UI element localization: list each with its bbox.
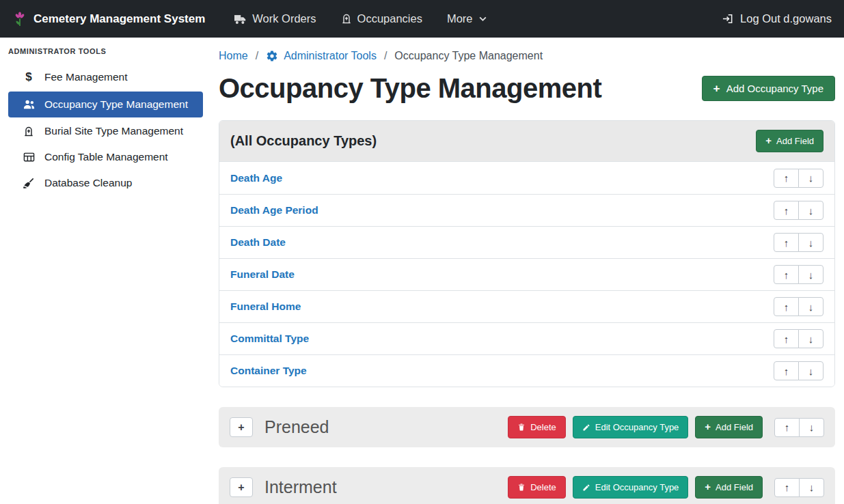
page-title: Occupancy Type Management (219, 73, 601, 104)
move-down-button[interactable]: ↓ (798, 233, 823, 252)
sidebar-item-burial-site-type-management[interactable]: Burial Site Type Management (0, 118, 210, 144)
pencil-icon (582, 423, 590, 432)
edit-occupancy-type-button[interactable]: Edit Occupancy Type (573, 416, 689, 438)
sidebar-item-label: Occupancy Type Management (44, 98, 188, 111)
breadcrumb-current: Occupancy Type Management (394, 50, 543, 62)
trash-icon (517, 423, 526, 432)
app-title: Cemetery Management System (33, 12, 205, 26)
field-row: Container Type ↑ ↓ (219, 354, 834, 387)
edit-label: Edit Occupancy Type (595, 482, 679, 492)
delete-label: Delete (530, 482, 556, 492)
reorder-controls: ↑ ↓ (774, 478, 824, 497)
sidebar-item-config-table-management[interactable]: Config Table Management (0, 144, 210, 170)
section-actions: Delete Edit Occupancy Type + Add Field ↑ (508, 476, 824, 499)
add-occupancy-type-button[interactable]: + Add Occupancy Type (702, 76, 835, 101)
add-field-button[interactable]: + Add Field (756, 130, 823, 152)
all-occupancy-types-card: (All Occupancy Types) + Add Field Death … (219, 120, 835, 387)
move-up-button[interactable]: ↑ (774, 418, 800, 437)
tombstone-icon (22, 126, 36, 137)
dollar-icon: $ (22, 70, 36, 84)
move-down-button[interactable]: ↓ (798, 169, 823, 188)
reorder-controls: ↑ ↓ (774, 418, 824, 437)
tombstone-icon (341, 13, 352, 25)
sidebar-item-label: Database Cleanup (44, 177, 132, 189)
all-occupancy-types-header: (All Occupancy Types) + Add Field (219, 121, 834, 162)
sidebar-item-label: Fee Management (44, 71, 128, 83)
table-icon (22, 152, 36, 163)
move-down-button[interactable]: ↓ (798, 265, 823, 284)
delete-label: Delete (530, 422, 556, 432)
admin-tools-sidebar: Administrator Tools $ Fee Management Occ… (0, 38, 210, 504)
field-row: Death Age ↑ ↓ (219, 162, 834, 194)
trash-icon (517, 483, 526, 492)
reorder-controls: ↑ ↓ (774, 361, 823, 380)
field-row: Funeral Home ↑ ↓ (219, 290, 834, 322)
app-brand[interactable]: Cemetery Management System (12, 11, 205, 27)
nav-work-orders[interactable]: Work Orders (234, 12, 316, 25)
breadcrumb-admin-tools-link[interactable]: Administrator Tools (266, 50, 377, 62)
move-up-button[interactable]: ↑ (774, 233, 799, 252)
move-up-button[interactable]: ↑ (774, 361, 799, 380)
broom-icon (22, 178, 36, 188)
move-down-button[interactable]: ↓ (799, 418, 824, 437)
field-link-death-age[interactable]: Death Age (230, 172, 282, 184)
logout-label: Log Out d.gowans (740, 12, 832, 25)
section-actions: Delete Edit Occupancy Type + Add Field ↑ (508, 416, 824, 438)
flower-logo-icon (12, 11, 27, 27)
sidebar-item-occupancy-type-management[interactable]: Occupancy Type Management (8, 92, 203, 117)
reorder-controls: ↑ ↓ (774, 169, 823, 188)
move-up-button[interactable]: ↑ (774, 169, 799, 188)
move-up-button[interactable]: ↑ (774, 265, 799, 284)
main-content: Home / Administrator Tools / Occupancy T… (210, 38, 844, 504)
field-link-container-type[interactable]: Container Type (230, 365, 307, 377)
expand-button[interactable]: + (230, 417, 253, 437)
move-up-button[interactable]: ↑ (774, 329, 799, 348)
expand-button[interactable]: + (230, 477, 253, 497)
edit-label: Edit Occupancy Type (595, 422, 679, 432)
chevron-down-icon (478, 14, 487, 23)
nav-work-orders-label: Work Orders (252, 12, 316, 25)
delete-button[interactable]: Delete (508, 416, 566, 438)
sidebar-heading: Administrator Tools (0, 47, 210, 64)
breadcrumb-separator: / (256, 50, 258, 62)
reorder-controls: ↑ ↓ (774, 201, 823, 220)
reorder-controls: ↑ ↓ (774, 297, 823, 316)
move-up-button[interactable]: ↑ (774, 297, 799, 316)
logout-icon (722, 13, 734, 25)
move-down-button[interactable]: ↓ (798, 201, 823, 220)
field-link-committal-type[interactable]: Committal Type (230, 333, 309, 345)
move-down-button[interactable]: ↓ (798, 297, 823, 316)
gear-icon (266, 50, 278, 62)
plus-icon: + (765, 136, 772, 146)
add-field-button[interactable]: + Add Field (695, 416, 763, 438)
field-link-death-date[interactable]: Death Date (230, 236, 286, 249)
section-title: Interment (264, 477, 337, 497)
move-down-button[interactable]: ↓ (799, 478, 824, 497)
sidebar-item-fee-management[interactable]: $ Fee Management (0, 64, 210, 91)
logout-link[interactable]: Log Out d.gowans (722, 12, 832, 25)
field-link-funeral-home[interactable]: Funeral Home (230, 300, 301, 313)
nav-occupancies[interactable]: Occupancies (341, 12, 422, 25)
add-field-label: Add Field (776, 136, 814, 146)
card-title: (All Occupancy Types) (230, 133, 377, 149)
add-field-button[interactable]: + Add Field (695, 476, 763, 499)
delete-button[interactable]: Delete (508, 476, 566, 499)
move-up-button[interactable]: ↑ (774, 201, 799, 220)
top-navbar: Cemetery Management System Work Orders O… (0, 0, 844, 38)
move-down-button[interactable]: ↓ (798, 329, 823, 348)
section-title: Preneed (264, 417, 329, 437)
reorder-controls: ↑ ↓ (774, 329, 823, 348)
breadcrumb-home-link[interactable]: Home (219, 50, 248, 62)
edit-occupancy-type-button[interactable]: Edit Occupancy Type (573, 476, 689, 499)
field-row: Committal Type ↑ ↓ (219, 322, 834, 354)
reorder-controls: ↑ ↓ (774, 233, 823, 252)
plus-icon: + (705, 422, 711, 432)
field-row: Funeral Date ↑ ↓ (219, 258, 834, 290)
move-down-button[interactable]: ↓ (798, 361, 823, 380)
field-link-death-age-period[interactable]: Death Age Period (230, 204, 318, 216)
nav-more[interactable]: More (447, 12, 487, 25)
sidebar-item-database-cleanup[interactable]: Database Cleanup (0, 170, 210, 196)
move-up-button[interactable]: ↑ (774, 478, 800, 497)
field-link-funeral-date[interactable]: Funeral Date (230, 268, 295, 281)
plus-icon: + (705, 482, 711, 492)
